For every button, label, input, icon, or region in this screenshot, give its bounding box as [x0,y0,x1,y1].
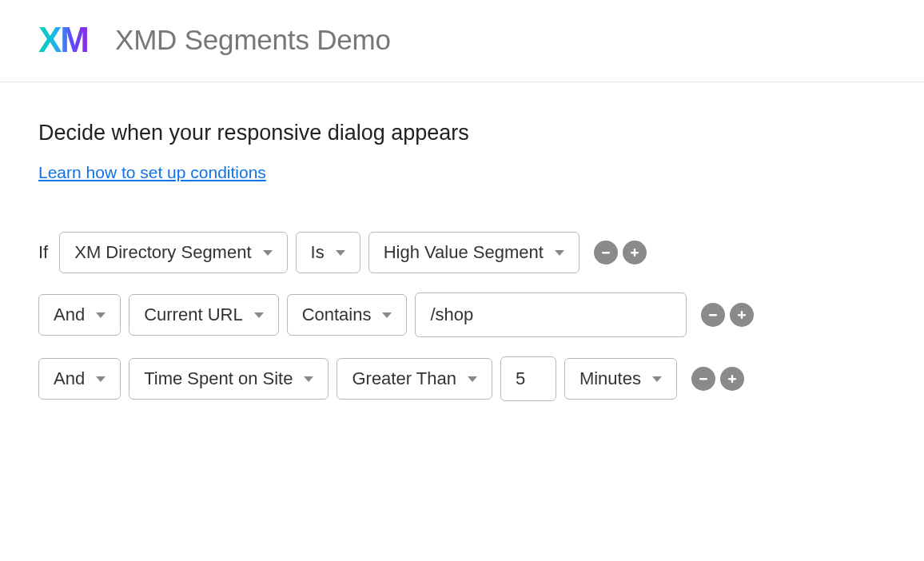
plus-icon [727,373,738,384]
condition-row: And Current URL Contains [38,292,886,337]
chevron-down-icon [382,312,392,318]
minus-icon [707,309,719,320]
operator-selector-label: Contains [302,306,372,324]
operator-selector-label: Greater Than [352,370,456,388]
conjunction-selector[interactable]: And [38,294,121,336]
row-actions [691,367,744,391]
help-link[interactable]: Learn how to set up conditions [38,163,266,182]
add-condition-button[interactable] [720,367,744,391]
operator-selector[interactable]: Is [296,232,360,273]
operator-selector[interactable]: Greater Than [337,358,492,400]
field-selector-label: Time Spent on Site [144,370,293,388]
field-selector[interactable]: XM Directory Segment [59,232,287,273]
plus-icon [629,247,640,258]
chevron-down-icon [96,312,106,318]
value-selector[interactable]: High Value Segment [368,232,579,273]
svg-rect-5 [741,311,743,319]
operator-selector[interactable]: Contains [287,294,408,336]
minus-icon [600,247,611,258]
xm-logo: XM [38,22,88,58]
condition-row: And Time Spent on Site Greater Than Minu… [38,356,886,401]
operator-selector-label: Is [311,244,325,261]
app-header: XM XMD Segments Demo [0,0,924,82]
row-actions [594,241,647,265]
chevron-down-icon [336,250,345,256]
svg-rect-2 [634,249,635,257]
field-selector-label: XM Directory Segment [74,244,251,261]
svg-rect-3 [709,314,717,316]
svg-rect-0 [602,252,610,253]
remove-condition-button[interactable] [594,241,618,265]
chevron-down-icon [468,376,477,382]
if-label: If [38,242,48,263]
unit-selector[interactable]: Minutes [564,358,677,400]
chevron-down-icon [555,250,564,256]
svg-rect-6 [699,378,707,380]
field-selector-label: Current URL [144,306,242,324]
minus-icon [698,373,709,384]
chevron-down-icon [304,376,313,382]
remove-condition-button[interactable] [701,303,725,327]
conjunction-selector[interactable]: And [38,358,121,400]
page-title: XMD Segments Demo [115,24,391,56]
conjunction-selector-label: And [54,306,85,324]
value-input[interactable] [500,356,556,401]
chevron-down-icon [652,376,662,382]
condition-row: If XM Directory Segment Is High Value Se… [38,232,886,273]
value-input[interactable] [415,292,687,337]
chevron-down-icon [263,250,273,256]
svg-rect-8 [731,375,733,383]
remove-condition-button[interactable] [691,367,715,391]
add-condition-button[interactable] [730,303,754,327]
row-actions [701,303,754,327]
add-condition-button[interactable] [623,241,647,265]
plus-icon [736,309,747,320]
chevron-down-icon [254,312,264,318]
conjunction-selector-label: And [54,370,85,388]
field-selector[interactable]: Current URL [129,294,278,336]
chevron-down-icon [96,376,106,382]
unit-selector-label: Minutes [579,370,641,388]
section-heading: Decide when your responsive dialog appea… [38,121,886,145]
field-selector[interactable]: Time Spent on Site [129,358,329,400]
content-area: Decide when your responsive dialog appea… [0,82,924,401]
value-selector-label: High Value Segment [384,244,544,261]
